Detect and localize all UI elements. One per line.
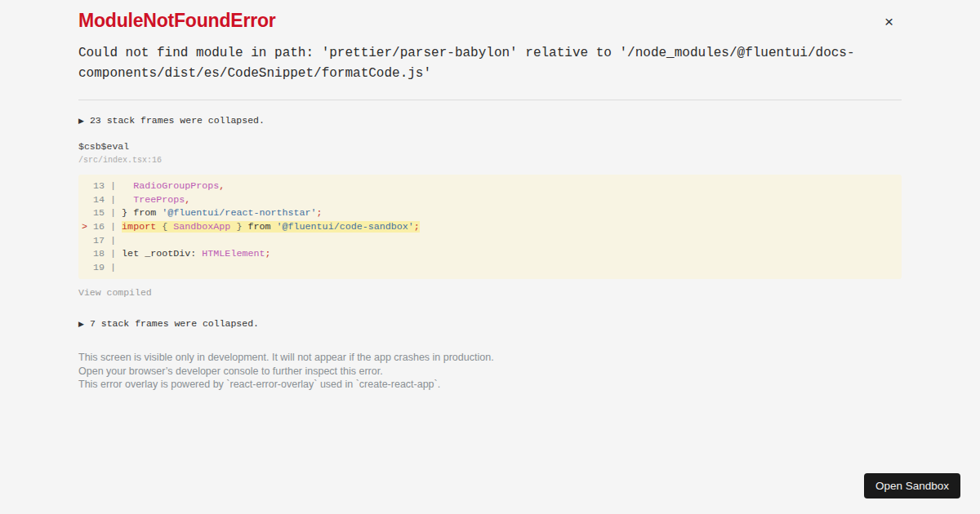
token-punct: , xyxy=(219,180,225,192)
token-identifier: RadioGroupProps xyxy=(133,180,219,192)
token-punct: ; xyxy=(317,207,323,219)
line-number: 17 | xyxy=(93,235,122,246)
footer-notes: This screen is visible only in developme… xyxy=(78,351,902,391)
overlay-header: ModuleNotFoundError × xyxy=(78,0,902,31)
collapsed-frames-top-label: 23 stack frames were collapsed. xyxy=(90,115,265,126)
line-marker xyxy=(82,194,93,206)
code-text: import { SandboxApp } from '@fluentui/co… xyxy=(122,221,420,233)
line-number: 19 | xyxy=(93,262,122,273)
error-message: Could not find module in path: 'prettier… xyxy=(78,43,902,84)
token-plain: from xyxy=(247,221,276,233)
collapse-triangle-icon: ▶ xyxy=(78,117,84,125)
token-plain: let _rootDiv: xyxy=(122,248,202,259)
open-sandbox-button[interactable]: Open Sandbox xyxy=(864,473,960,498)
code-line: 18 | let _rootDiv: HTMLElement; xyxy=(82,247,898,261)
code-text: TreeProps, xyxy=(122,194,190,206)
token-plain xyxy=(122,194,133,206)
token-brace: } xyxy=(230,221,247,233)
code-text: } from '@fluentui/react-northstar'; xyxy=(122,207,323,219)
line-marker xyxy=(82,248,93,259)
code-line: 14 | TreeProps, xyxy=(82,193,898,207)
collapse-triangle-icon: ▶ xyxy=(78,320,84,328)
token-plain: } from xyxy=(122,207,162,219)
line-marker xyxy=(82,180,93,192)
line-number: 16 | xyxy=(93,221,122,233)
error-overlay: ModuleNotFoundError × Could not find mod… xyxy=(0,0,980,392)
frame-location: /src/index.tsx:16 xyxy=(78,156,902,165)
token-punct: , xyxy=(185,194,190,206)
frame-function-name: $csb$eval xyxy=(78,141,902,152)
footer-note: This screen is visible only in developme… xyxy=(78,351,902,364)
code-line: 13 | RadioGroupProps, xyxy=(82,179,898,193)
token-punct: ; xyxy=(265,248,270,259)
view-compiled-link[interactable]: View compiled xyxy=(78,287,152,298)
code-text: let _rootDiv: HTMLElement; xyxy=(122,248,270,259)
token-keyword: import xyxy=(122,221,156,233)
token-identifier: SandboxApp xyxy=(173,221,230,233)
token-identifier: HTMLElement xyxy=(202,248,265,259)
line-number: 15 | xyxy=(93,207,122,219)
code-line: 15 | } from '@fluentui/react-northstar'; xyxy=(82,206,898,220)
code-line: > 16 | import { SandboxApp } from '@flue… xyxy=(82,220,898,234)
close-icon[interactable]: × xyxy=(880,12,898,31)
code-line: 19 | xyxy=(82,261,898,275)
line-marker xyxy=(82,262,93,273)
token-brace: { xyxy=(156,221,173,233)
token-identifier: TreeProps xyxy=(133,194,185,206)
collapsed-frames-top[interactable]: ▶ 23 stack frames were collapsed. xyxy=(78,115,902,126)
token-plain xyxy=(122,180,133,192)
error-line-marker: > xyxy=(82,221,93,233)
line-marker xyxy=(82,207,93,219)
line-number: 18 | xyxy=(93,248,122,259)
line-number: 13 | xyxy=(93,180,122,192)
footer-note: Open your browser’s developer console to… xyxy=(78,365,902,378)
footer-note: This error overlay is powered by `react-… xyxy=(78,378,902,391)
collapsed-frames-bottom-label: 7 stack frames were collapsed. xyxy=(90,318,259,329)
token-punct: ; xyxy=(414,221,420,233)
token-string: '@fluentui/code-sandbox' xyxy=(277,221,414,233)
token-string: '@fluentui/react-northstar' xyxy=(162,207,316,219)
code-text: RadioGroupProps, xyxy=(122,180,225,192)
divider xyxy=(78,100,902,100)
line-number: 14 | xyxy=(93,194,122,206)
code-line: 17 | xyxy=(82,234,898,248)
collapsed-frames-bottom[interactable]: ▶ 7 stack frames were collapsed. xyxy=(78,318,902,329)
code-frame: 13 | RadioGroupProps, 14 | TreeProps, 15… xyxy=(78,175,902,279)
line-marker xyxy=(82,235,93,246)
error-title: ModuleNotFoundError xyxy=(78,11,276,31)
